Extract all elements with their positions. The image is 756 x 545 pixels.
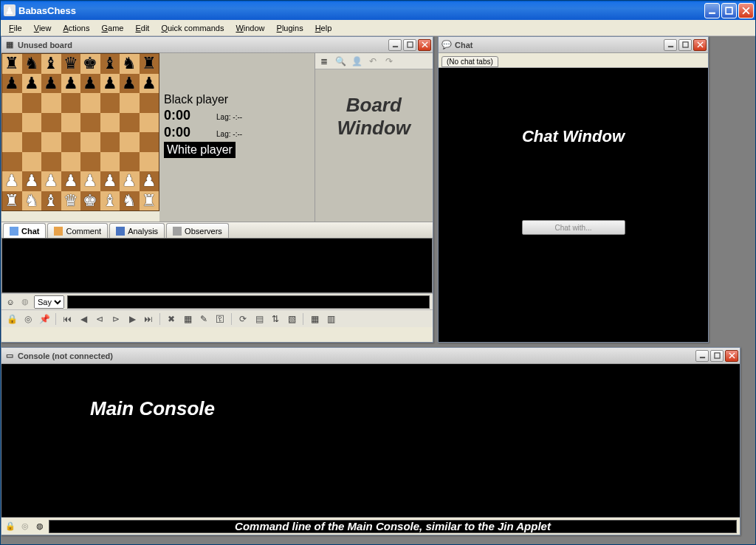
menu-view[interactable]: View [29, 22, 57, 34]
white-piece[interactable]: ♝ [44, 193, 58, 209]
board-square[interactable]: ♟ [140, 74, 159, 94]
nav-prev-icon[interactable]: ◀ [76, 312, 91, 326]
board-square[interactable] [41, 113, 61, 133]
board-square[interactable]: ♟ [61, 74, 81, 94]
black-piece[interactable]: ♟ [4, 75, 19, 92]
white-piece[interactable]: ♟ [24, 173, 39, 189]
white-piece[interactable]: ♟ [63, 173, 78, 189]
white-piece[interactable]: ♞ [122, 193, 137, 209]
white-piece[interactable]: ♝ [103, 193, 117, 209]
tool-grid-icon[interactable]: ▧ [284, 312, 299, 326]
nav-next-icon[interactable]: ▶ [125, 312, 140, 326]
white-piece[interactable]: ♜ [4, 193, 19, 209]
chessboard[interactable]: ♜♞♝♛♚♝♞♜♟♟♟♟♟♟♟♟♟♟♟♟♟♟♟♟♜♞♝♛♚♝♞♜ [1, 53, 159, 211]
tool-pin-icon[interactable]: 📌 [37, 312, 52, 326]
board-square[interactable] [22, 93, 42, 113]
board-square[interactable] [22, 152, 42, 172]
say-input[interactable] [67, 295, 430, 309]
chat-min-button[interactable] [664, 39, 677, 51]
black-piece[interactable]: ♚ [83, 55, 97, 72]
tab-comment[interactable]: Comment [47, 223, 108, 238]
black-piece[interactable]: ♟ [142, 75, 157, 92]
white-piece[interactable]: ♟ [142, 173, 157, 189]
board-square[interactable] [41, 93, 61, 113]
board-min-button[interactable] [388, 39, 402, 51]
board-square[interactable]: ♟ [80, 171, 100, 191]
nav-last-icon[interactable]: ⏭ [141, 312, 156, 326]
tool-book-icon[interactable]: ▤ [252, 312, 267, 326]
smiley-icon[interactable]: ☺ [4, 296, 16, 308]
app-minimize-button[interactable] [704, 3, 720, 18]
globe-icon[interactable]: ◍ [19, 296, 31, 308]
menu-game[interactable]: Game [97, 22, 129, 34]
board-square[interactable]: ♟ [140, 171, 159, 191]
chat-with-button[interactable]: Chat with... [522, 220, 625, 235]
board-square[interactable] [2, 93, 22, 113]
board-square[interactable] [41, 152, 61, 172]
black-piece[interactable]: ♝ [103, 55, 117, 72]
tab-observers[interactable]: Observers [166, 223, 229, 238]
board-square[interactable]: ♟ [2, 74, 22, 94]
undo-icon[interactable]: ↶ [367, 55, 379, 67]
menu-file[interactable]: File [4, 22, 27, 34]
tool-board-a-icon[interactable]: ▦ [180, 312, 195, 326]
board-square[interactable]: ♟ [100, 171, 120, 191]
console-min-button[interactable] [695, 350, 709, 362]
white-piece[interactable]: ♛ [63, 193, 78, 209]
tool-swap-icon[interactable]: ⇅ [268, 312, 283, 326]
board-square[interactable] [41, 132, 61, 152]
tool-window-icon[interactable]: ▥ [323, 312, 338, 326]
board-square[interactable] [2, 132, 22, 152]
board-square[interactable] [80, 152, 100, 172]
board-square[interactable] [61, 113, 81, 133]
tool-target-icon[interactable]: ◎ [21, 312, 35, 326]
menu-quick-commands[interactable]: Quick commands [156, 22, 229, 34]
board-square[interactable] [61, 93, 81, 113]
tool-refresh-icon[interactable]: ⟳ [236, 312, 250, 326]
board-square[interactable]: ♝ [100, 54, 120, 74]
board-square[interactable]: ♜ [140, 191, 159, 211]
nav-first-icon[interactable]: ⏮ [60, 312, 75, 326]
black-piece[interactable]: ♟ [44, 75, 58, 92]
board-square[interactable] [140, 152, 159, 172]
white-piece[interactable]: ♟ [44, 173, 58, 189]
board-square[interactable] [80, 113, 100, 133]
console-window-titlebar[interactable]: ▭ Console (not connected) [1, 348, 740, 364]
board-square[interactable] [100, 93, 120, 113]
board-square[interactable]: ♞ [120, 54, 140, 74]
board-square[interactable]: ♜ [2, 191, 22, 211]
board-square[interactable]: ♟ [41, 171, 61, 191]
user-icon[interactable]: 👤 [351, 55, 362, 67]
black-piece[interactable]: ♟ [83, 75, 97, 92]
white-piece[interactable]: ♟ [103, 173, 117, 189]
tool-lock-icon[interactable]: 🔒 [4, 312, 19, 326]
console-cmd-label[interactable]: Command line of the Main Console, simila… [49, 520, 737, 533]
menu-edit[interactable]: Edit [130, 22, 154, 34]
board-square[interactable]: ♜ [2, 54, 22, 74]
console-lock-icon[interactable]: 🔒 [4, 521, 16, 532]
board-square[interactable] [140, 113, 159, 133]
console-close-button[interactable] [725, 350, 738, 362]
list-icon[interactable]: ≣ [318, 55, 330, 67]
tool-key-icon[interactable]: ⚿ [213, 312, 227, 326]
board-square[interactable] [2, 113, 22, 133]
board-square[interactable]: ♝ [100, 191, 120, 211]
menu-actions[interactable]: Actions [58, 22, 94, 34]
black-piece[interactable]: ♝ [44, 55, 58, 72]
board-square[interactable]: ♝ [41, 191, 61, 211]
say-select[interactable]: Say [34, 295, 64, 309]
chat-close-button[interactable] [693, 39, 707, 51]
board-square[interactable]: ♛ [61, 191, 81, 211]
chat-tab-none[interactable]: (No chat tabs) [441, 56, 498, 67]
chat-window-titlebar[interactable]: 💬 Chat [439, 37, 708, 53]
board-square[interactable]: ♚ [80, 191, 100, 211]
board-square[interactable]: ♞ [22, 191, 42, 211]
black-piece[interactable]: ♜ [4, 55, 19, 72]
black-piece[interactable]: ♟ [24, 75, 39, 92]
board-square[interactable] [2, 152, 22, 172]
menu-help[interactable]: Help [310, 22, 337, 34]
nav-step-fwd-icon[interactable]: ⊳ [109, 312, 123, 326]
board-square[interactable]: ♟ [41, 74, 61, 94]
board-square[interactable]: ♟ [100, 74, 120, 94]
board-max-button[interactable] [403, 39, 416, 51]
